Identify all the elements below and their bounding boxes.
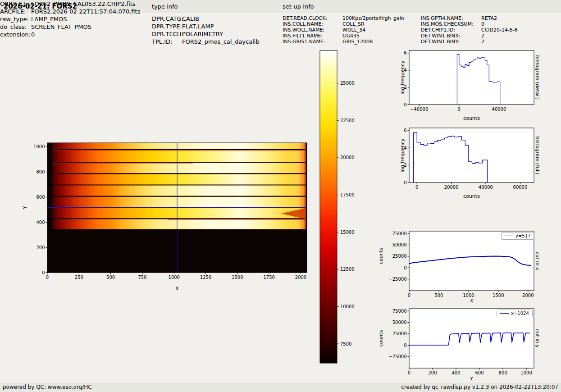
svg-text:25000: 25000	[392, 331, 407, 336]
field-label: extension:	[0, 31, 31, 38]
setup-info-row: DET.CHIP1.ID:CCID20-14-5-6	[421, 27, 518, 33]
field-label: DET.WIN1.BINX:	[421, 33, 481, 39]
svg-text:750: 750	[138, 275, 146, 280]
file-info-row: ARCFILE:FORS2.2026-02-22T11:57:04.070.fi…	[0, 8, 140, 15]
setup-info-row: INS.GRIS1.NAME:GRIS_1200R	[283, 39, 404, 45]
svg-text:20000: 20000	[340, 155, 355, 160]
file-info-row: raw_type:LAMP_PMOS	[0, 15, 140, 23]
legend-line-sample	[505, 236, 513, 236]
file-info-row: extension:0	[0, 31, 140, 38]
hist-full-xlabel: counts	[409, 193, 534, 199]
field-label: TPL.ID:	[152, 38, 182, 46]
svg-text:50000: 50000	[392, 320, 407, 325]
cut-x-legend: y=517	[501, 232, 534, 240]
legend-line-sample	[500, 313, 509, 314]
type-info-block: DPR.CATG:CALIB DPR.TYPE:FLAT,LAMP DPR.TE…	[152, 15, 260, 46]
hist-detail-xlabel: counts	[409, 115, 534, 121]
field-label: DET.WIN1.BINY:	[421, 39, 481, 45]
svg-text:0: 0	[408, 370, 410, 375]
svg-text:250: 250	[75, 275, 83, 280]
qc-report-page: 2026-02-21: FORS2 type info set-up info …	[0, 0, 561, 392]
field-label: do_class:	[0, 23, 31, 31]
colorbar: 750010000125001500017500200002250025000	[311, 45, 365, 369]
svg-text:0: 0	[404, 343, 406, 348]
field-label: INS.WOLL.NAME:	[283, 27, 342, 33]
field-value: COLL_SR	[342, 21, 365, 27]
field-label: DPR.TYPE:	[152, 23, 182, 30]
legend-label: y=517	[515, 233, 530, 238]
field-value: FORS2.2026-02-22T11:57:04.070.fits	[31, 8, 140, 15]
svg-text:12500: 12500	[340, 267, 355, 272]
plot-background	[409, 50, 534, 105]
image-bright-strip	[111, 185, 295, 196]
svg-text:0: 0	[404, 102, 406, 107]
cut-y-legend: x=1024	[497, 310, 533, 317]
field-value: 0	[481, 21, 484, 27]
type-info-row: DPR.TECH:POLARIMETRY	[152, 30, 260, 38]
svg-text:2000: 2000	[295, 275, 306, 280]
field-label: INS.MOS.CHECKSUM:	[421, 21, 481, 27]
field-label: INS.COLL.NAME:	[283, 21, 342, 27]
field-value: FORS2_pmos_cal_daycalib	[182, 38, 260, 45]
field-label: DPR.TECH:	[152, 30, 182, 38]
svg-text:500: 500	[434, 293, 443, 298]
svg-text:1250: 1250	[200, 275, 211, 280]
cut-y-side-label: cut in y	[534, 329, 540, 348]
hist-detail-side-label: histogram (detail)	[534, 55, 540, 100]
svg-text:200: 200	[36, 245, 45, 250]
svg-text:20000: 20000	[444, 185, 459, 190]
field-label: INS.GRIS1.NAME:	[283, 39, 342, 45]
field-value: GG435	[342, 33, 360, 39]
svg-text:−40000: −40000	[410, 107, 428, 112]
svg-text:0: 0	[404, 265, 406, 270]
type-info-heading: type info	[152, 3, 178, 10]
setup-info-row: INS.WOLL.NAME:WOLL_34	[283, 27, 404, 33]
field-value: 2	[481, 39, 484, 45]
image-bright-strip	[111, 219, 295, 228]
file-info-row: ORIGFILE:FORS2_PMOS_CAL053.22.CHIP2.fits	[0, 0, 140, 8]
type-info-row: DPR.CATG:CALIB	[152, 15, 260, 23]
footer-credit-right: created by qc_rawdisp.py v1.2.3 on 2026-…	[401, 384, 558, 390]
image-bright-strip	[111, 163, 295, 173]
field-value: CCID20-14-5-6	[481, 27, 518, 33]
legend-label: x=1024	[511, 311, 529, 316]
svg-text:10000: 10000	[340, 304, 355, 309]
type-info-row: TPL.ID:FORS2_pmos_cal_daycalib	[152, 38, 260, 46]
field-value: 100Kps/2ports/high_gain	[342, 15, 404, 21]
setup-info-heading: set-up info	[283, 3, 314, 10]
raw-image-plot: 0250500750100012501500175020000200400600…	[14, 135, 320, 293]
setup-info-row: INS.COLL.NAME:COLL_SR	[283, 21, 404, 27]
plot-background	[409, 128, 534, 182]
svg-text:17500: 17500	[340, 192, 355, 197]
field-value: RETA2	[481, 15, 497, 21]
image-xlabel: X	[47, 286, 307, 292]
svg-text:−25000: −25000	[388, 277, 406, 282]
field-label: ARCFILE:	[0, 8, 31, 15]
svg-text:75000: 75000	[392, 309, 407, 314]
cut-y-xlabel: Y	[409, 376, 534, 382]
field-label: ORIGFILE:	[0, 0, 31, 8]
svg-text:0: 0	[404, 180, 406, 185]
field-value: SCREEN_FLAT_PMOS	[31, 23, 91, 30]
image-bright-strip	[111, 143, 295, 149]
setup-info-row: DET.WIN1.BINX:2	[421, 33, 518, 39]
svg-text:25000: 25000	[340, 81, 355, 86]
svg-text:50000: 50000	[392, 242, 407, 247]
cut-x-side-label: cut in x	[534, 252, 540, 270]
svg-text:600: 600	[36, 195, 45, 200]
setup-info-col1: DET.READ.CLOCK:100Kps/2ports/high_gain I…	[283, 15, 404, 45]
setup-info-col2: INS.OPTI4.NAME:RETA2 INS.MOS.CHECKSUM:0 …	[421, 15, 518, 45]
svg-text:500: 500	[106, 275, 115, 280]
image-bright-strip	[111, 197, 295, 207]
svg-text:1000: 1000	[520, 370, 532, 375]
hist-full-side-label: histogram (full)	[534, 137, 540, 175]
svg-text:60000: 60000	[513, 185, 528, 190]
setup-info-row: INS.OPTI4.NAME:RETA2	[421, 15, 518, 21]
svg-text:40000: 40000	[479, 185, 493, 190]
hist-detail-ylabel: log frequency	[400, 60, 406, 94]
field-value: LAMP_PMOS	[31, 16, 67, 23]
cut-x-ylabel: counts	[378, 248, 384, 264]
svg-text:0: 0	[408, 293, 410, 298]
svg-text:1000: 1000	[169, 275, 180, 280]
svg-text:200: 200	[428, 370, 437, 375]
